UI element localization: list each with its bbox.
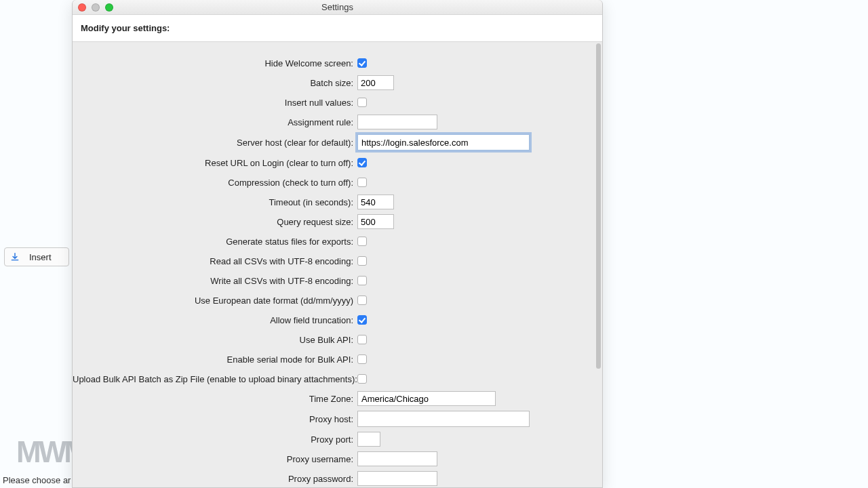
settings-form: Hide Welcome screen: Batch size: Insert … [73, 42, 594, 487]
allow-truncation-checkbox[interactable] [357, 315, 367, 325]
proxy-host-label: Proxy host: [73, 414, 357, 424]
server-host-label: Server host (clear for default): [73, 138, 357, 148]
proxy-password-label: Proxy password: [73, 474, 357, 484]
form-scroll-area: Hide Welcome screen: Batch size: Insert … [73, 42, 602, 487]
page-title: Modify your settings: [73, 15, 602, 42]
hide-welcome-label: Hide Welcome screen: [73, 58, 357, 68]
server-host-input[interactable] [357, 134, 530, 150]
serial-bulk-checkbox[interactable] [357, 354, 367, 364]
write-utf8-label: Write all CSVs with UTF-8 encoding: [73, 276, 357, 286]
gen-status-files-checkbox[interactable] [357, 237, 367, 246]
insert-button-label: Insert [29, 252, 52, 262]
timeout-label: Timeout (in seconds): [73, 197, 357, 207]
insert-nulls-checkbox[interactable] [357, 98, 367, 107]
reset-url-label: Reset URL on Login (clear to turn off): [73, 158, 357, 168]
proxy-port-input[interactable] [357, 432, 380, 447]
proxy-username-input[interactable] [357, 451, 437, 466]
batch-size-label: Batch size: [73, 78, 357, 88]
insert-button[interactable]: Insert [4, 247, 69, 266]
euro-date-checkbox[interactable] [357, 296, 367, 305]
scrollbar-thumb[interactable] [596, 43, 601, 369]
read-utf8-label: Read all CSVs with UTF-8 encoding: [73, 256, 357, 266]
bulk-zip-label: Upload Bulk API Batch as Zip File (enabl… [73, 374, 357, 384]
serial-bulk-label: Enable serial mode for Bulk API: [73, 354, 357, 365]
read-utf8-checkbox[interactable] [357, 256, 367, 266]
query-request-size-label: Query request size: [73, 217, 357, 227]
window-title: Settings [321, 2, 353, 12]
zoom-icon[interactable] [105, 3, 113, 12]
allow-truncation-label: Allow field truncation: [73, 315, 357, 325]
proxy-username-label: Proxy username: [73, 454, 357, 464]
write-utf8-checkbox[interactable] [357, 276, 367, 285]
download-icon [10, 252, 20, 262]
use-bulk-api-label: Use Bulk API: [73, 335, 357, 345]
window-controls [78, 3, 113, 12]
compression-checkbox[interactable] [357, 178, 367, 187]
compression-label: Compression (check to turn off): [73, 178, 357, 188]
close-icon[interactable] [78, 3, 86, 12]
hide-welcome-checkbox[interactable] [357, 58, 367, 68]
proxy-password-input[interactable] [357, 471, 437, 486]
bulk-zip-checkbox[interactable] [357, 374, 367, 384]
status-text: Please choose ar [3, 475, 71, 485]
use-bulk-api-checkbox[interactable] [357, 335, 367, 344]
assignment-rule-label: Assignment rule: [73, 117, 357, 127]
time-zone-label: Time Zone: [73, 394, 357, 404]
settings-window: Settings Modify your settings: Hide Welc… [72, 0, 603, 488]
euro-date-label: Use European date format (dd/mm/yyyy) [73, 296, 357, 306]
reset-url-checkbox[interactable] [357, 158, 367, 167]
proxy-host-input[interactable] [357, 411, 530, 427]
batch-size-input[interactable] [357, 75, 394, 90]
proxy-port-label: Proxy port: [73, 434, 357, 445]
minimize-icon [92, 3, 100, 12]
query-request-size-input[interactable] [357, 214, 394, 229]
timeout-input[interactable] [357, 195, 394, 209]
time-zone-input[interactable] [357, 391, 496, 406]
titlebar: Settings [73, 0, 602, 15]
insert-nulls-label: Insert null values: [73, 98, 357, 108]
gen-status-files-label: Generate status files for exports: [73, 237, 357, 247]
assignment-rule-input[interactable] [357, 115, 437, 129]
